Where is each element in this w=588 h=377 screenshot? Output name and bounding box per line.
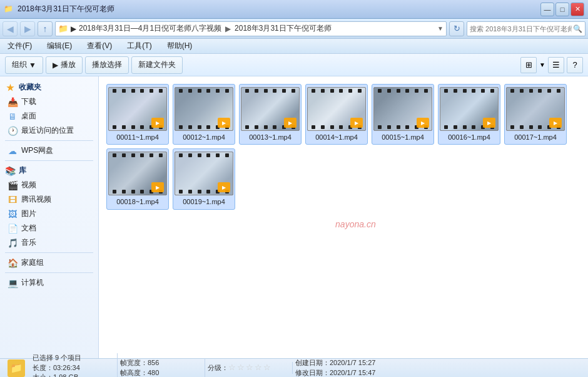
film-holes-top <box>109 152 166 158</box>
sidebar-divider-3 <box>5 252 93 253</box>
recent-icon: 🕐 <box>8 126 18 136</box>
menu-view[interactable]: 查看(V) <box>84 39 114 53</box>
view-list-button[interactable]: ☰ <box>548 57 564 73</box>
address-path-part1: 2018年3月31日—4月1日倪可老师八字视频 <box>79 23 221 34</box>
sidebar-computer-label: 计算机 <box>21 277 44 288</box>
refresh-button[interactable]: ↻ <box>449 21 464 36</box>
file-name: 00014~1.mp4 <box>315 133 358 142</box>
file-item[interactable]: ▶00014~1.mp4 <box>305 84 368 145</box>
sidebar-item-music[interactable]: 🎵 音乐 <box>0 235 98 250</box>
back-button[interactable]: ◀ <box>3 21 18 36</box>
organize-button[interactable]: 组织 ▼ <box>5 56 43 74</box>
sidebar-favorites-label: 收藏夹 <box>19 82 41 93</box>
sidebar-item-desktop[interactable]: 🖥 桌面 <box>0 109 98 123</box>
menu-file[interactable]: 文件(F) <box>5 39 34 53</box>
file-item[interactable]: ▶00019~1.mp4 <box>173 148 235 209</box>
status-created: 创建日期：2020/1/7 15:27 <box>295 358 375 368</box>
file-name: 00016~1.mp4 <box>448 133 490 142</box>
organize-dropdown-icon: ▼ <box>29 61 36 70</box>
status-frame-width: 帧宽度：856 <box>120 358 195 368</box>
main-content: ★ 收藏夹 📥 下载 🖥 桌面 🕐 最近访问的位置 ☁ WPS网盘 <box>0 76 588 358</box>
film-holes-top <box>308 88 365 94</box>
view-icon-button[interactable]: ⊞ <box>520 57 537 73</box>
sidebar-item-tencent-video[interactable]: 🎞 腾讯视频 <box>0 192 98 207</box>
file-item[interactable]: ▶00013~1.mp4 <box>239 84 302 145</box>
status-duration: 长度：03:26:34 <box>33 363 107 373</box>
file-name: 00018~1.mp4 <box>116 197 159 206</box>
sidebar: ★ 收藏夹 📥 下载 🖥 桌面 🕐 最近访问的位置 ☁ WPS网盘 <box>0 76 99 358</box>
sidebar-item-documents[interactable]: 📄 文档 <box>0 221 98 235</box>
maximize-button[interactable]: □ <box>555 3 569 16</box>
search-input[interactable] <box>470 25 572 33</box>
film-holes-top <box>374 88 432 94</box>
search-icon: 🔍 <box>573 24 582 33</box>
view-dropdown-icon[interactable]: ▼ <box>539 61 545 68</box>
address-dropdown-icon[interactable]: ▼ <box>437 25 444 32</box>
status-section-frame: 帧宽度：856 帧高度：480 <box>118 358 205 377</box>
forward-button[interactable]: ▶ <box>20 21 35 36</box>
file-item[interactable]: ▶00016~1.mp4 <box>438 84 500 145</box>
sidebar-item-images[interactable]: 🖼 图片 <box>0 207 98 221</box>
play-overlay-icon: ▶ <box>350 118 363 128</box>
film-holes-top <box>241 88 299 94</box>
search-bar[interactable]: 🔍 <box>467 21 585 36</box>
sidebar-divider-1 <box>5 140 93 141</box>
sidebar-home-group-label: 家庭组 <box>21 257 44 268</box>
sidebar-favorites-header[interactable]: ★ 收藏夹 <box>0 80 98 95</box>
folder-icon: 📥 <box>8 97 18 107</box>
file-item[interactable]: ▶00015~1.mp4 <box>372 84 434 145</box>
sidebar-item-home-group[interactable]: 🏠 家庭组 <box>0 256 98 270</box>
play-overlay-icon: ▶ <box>284 118 297 128</box>
status-modified: 修改日期：2020/1/7 15:47 <box>295 368 375 378</box>
file-item[interactable]: ▶00018~1.mp4 <box>106 148 169 209</box>
up-button[interactable]: ↑ <box>38 21 53 36</box>
status-section-dates: 创建日期：2020/1/7 15:27 修改日期：2020/1/7 15:47 <box>293 358 385 377</box>
file-name: 00015~1.mp4 <box>382 133 424 142</box>
status-rating-label: 分级： <box>208 364 228 371</box>
play-overlay-icon: ▶ <box>549 118 562 128</box>
film-holes-top <box>507 88 564 94</box>
file-item[interactable]: ▶00017~1.mp4 <box>504 84 567 145</box>
file-thumbnail: ▶ <box>373 87 432 131</box>
play-overlay-icon: ▶ <box>417 118 429 128</box>
menu-tools[interactable]: 工具(T) <box>124 39 154 53</box>
menu-edit[interactable]: 编辑(E) <box>44 39 74 53</box>
play-label: 播放 <box>61 59 76 70</box>
sidebar-library-header[interactable]: 📚 库 <box>0 163 98 178</box>
sidebar-item-video[interactable]: 🎬 视频 <box>0 178 98 192</box>
sidebar-item-download[interactable]: 📥 下载 <box>0 95 98 109</box>
tencent-icon: 🎞 <box>8 195 18 205</box>
film-holes-top <box>175 152 233 158</box>
menu-help[interactable]: 帮助(H) <box>165 39 195 53</box>
sidebar-divider-2 <box>5 160 93 161</box>
address-bar[interactable]: 📁 ▶ 2018年3月31日—4月1日倪可老师八字视频 ▶ 2018年3月31日… <box>55 21 447 36</box>
sidebar-section-library: 📚 库 🎬 视频 🎞 腾讯视频 🖼 图片 📄 文档 🎵 音乐 <box>0 163 98 250</box>
help-button[interactable]: ? <box>567 57 583 73</box>
organize-label: 组织 <box>12 59 27 70</box>
play-overlay-icon: ▶ <box>151 118 164 128</box>
sidebar-images-label: 图片 <box>21 209 36 219</box>
sidebar-music-label: 音乐 <box>21 237 36 248</box>
close-button[interactable]: ✕ <box>570 3 584 16</box>
status-modified-value: 2020/1/7 15:47 <box>330 369 375 376</box>
play-select-button[interactable]: 播放选择 <box>85 56 129 74</box>
sidebar-item-computer[interactable]: 💻 计算机 <box>0 276 98 290</box>
music-icon: 🎵 <box>8 238 18 248</box>
minimize-button[interactable]: — <box>540 3 554 16</box>
cloud-icon: ☁ <box>8 146 18 156</box>
file-item[interactable]: ▶00011~1.mp4 <box>106 84 169 145</box>
file-thumbnail: ▶ <box>108 87 167 131</box>
play-button[interactable]: ▶ 播放 <box>46 56 83 74</box>
play-select-label: 播放选择 <box>92 59 122 70</box>
sidebar-recent-label: 最近访问的位置 <box>21 125 74 136</box>
new-folder-button[interactable]: 新建文件夹 <box>131 56 183 74</box>
sidebar-item-wps-cloud[interactable]: ☁ WPS网盘 <box>0 143 98 158</box>
sidebar-desktop-label: 桌面 <box>21 111 36 121</box>
file-area: ▶00011~1.mp4▶00012~1.mp4▶00013~1.mp4▶000… <box>99 76 588 217</box>
file-item[interactable]: ▶00012~1.mp4 <box>173 84 235 145</box>
home-group-icon: 🏠 <box>8 258 18 268</box>
sidebar-item-recent[interactable]: 🕐 最近访问的位置 <box>0 123 98 138</box>
status-folder-icon: 📁 <box>8 359 25 377</box>
doc-icon: 📄 <box>8 224 18 234</box>
status-bar: 📁 已选择 9 个项目 长度：03:26:34 大小：1.98 GB 帧宽度：8… <box>0 358 588 377</box>
